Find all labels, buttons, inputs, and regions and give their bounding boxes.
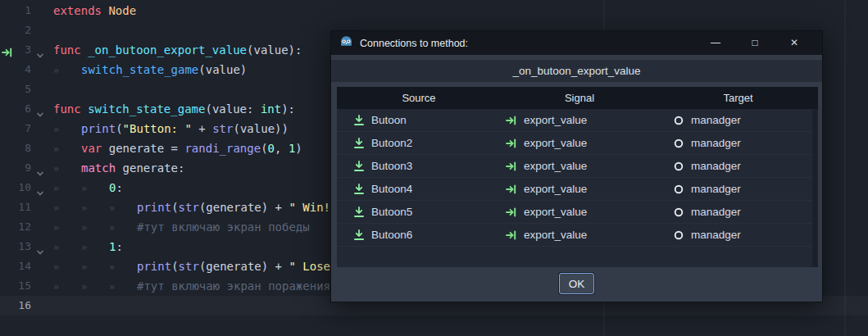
line-number: 10 [0, 178, 31, 198]
source-cell: Butoon5 [337, 206, 501, 218]
code-text: »»1: [53, 237, 123, 257]
tab-indent-marker: » [53, 218, 81, 238]
signal-icon [506, 229, 517, 241]
line-number: 16 [0, 296, 31, 316]
connection-row[interactable]: Butoon6export_valuemanadger [337, 224, 818, 247]
line-number: 8 [0, 138, 31, 158]
code-text: extends Node [53, 1, 136, 20]
line-number: 14 [0, 257, 31, 276]
source-cell: Butoon6 [337, 229, 501, 241]
line-number: 5 [0, 79, 31, 99]
connection-row[interactable]: Butoonexport_valuemanadger [337, 109, 818, 132]
dialog-title: Connections to method: [360, 38, 468, 49]
table-body: Butoonexport_valuemanadgerButoon2export_… [337, 109, 818, 267]
target-cell: manadger [658, 183, 818, 195]
connection-row[interactable]: Butoon2export_valuemanadger [337, 132, 818, 155]
signal-icon [506, 207, 517, 218]
button-node-icon [353, 184, 365, 195]
minimize-button[interactable]: — [696, 31, 735, 55]
target-name: manadger [691, 206, 741, 218]
code-text: »»0: [53, 178, 123, 198]
node-icon [673, 207, 684, 218]
method-name: _on_butoon_export_value [331, 60, 822, 82]
button-node-icon [353, 207, 365, 218]
target-cell: manadger [658, 114, 818, 126]
tab-indent-marker: » [53, 159, 81, 179]
signal-icon [506, 161, 517, 172]
column-header-target: Target [658, 92, 818, 104]
node-icon [673, 138, 684, 149]
code-line-1[interactable]: 1extends Node [0, 1, 868, 20]
signal-cell: export_value [501, 183, 658, 195]
code-text: »print("Button: " + str(value)) [53, 119, 289, 139]
target-cell: manadger [658, 206, 818, 218]
maximize-button[interactable]: □ [735, 31, 775, 55]
line-number: 6 [0, 99, 31, 119]
tab-indent-marker: » [53, 257, 81, 277]
connection-row[interactable]: Butoon4export_valuemanadger [337, 178, 818, 201]
code-text: »»»#тут включаю экран поражения [53, 276, 330, 297]
signal-icon [506, 115, 517, 126]
source-cell: Butoon3 [337, 160, 501, 172]
source-name: Butoon3 [371, 160, 412, 172]
signal-name: export_value [524, 183, 587, 195]
signal-icon [506, 138, 517, 149]
signal-cell: export_value [501, 229, 658, 241]
source-cell: Butoon2 [337, 137, 501, 149]
line-number: 4 [0, 60, 31, 79]
tab-indent-marker: » [81, 238, 109, 257]
target-cell: manadger [658, 137, 818, 149]
tab-indent-marker: » [81, 218, 109, 238]
line-number: 11 [0, 198, 31, 217]
table-scrollbar[interactable] [812, 109, 818, 267]
target-name: manadger [691, 160, 741, 172]
connection-row[interactable]: Butoon3export_valuemanadger [337, 155, 818, 178]
tab-indent-marker: » [53, 179, 81, 198]
line-number: 7 [0, 119, 31, 138]
table-header: Source Signal Target [337, 87, 818, 109]
line-number: 3 [0, 40, 31, 60]
window-controls: — □ ✕ [696, 31, 814, 55]
node-icon [673, 115, 684, 126]
tab-indent-marker: » [81, 277, 109, 297]
node-icon [673, 229, 684, 241]
tab-indent-marker: » [109, 218, 137, 238]
button-node-icon [353, 138, 365, 149]
line-number: 1 [0, 1, 31, 20]
connection-row[interactable]: Butoon5export_valuemanadger [337, 201, 818, 224]
tab-indent-marker: » [53, 139, 81, 159]
signal-cell: export_value [501, 160, 658, 172]
line-number: 2 [0, 20, 31, 40]
dialog-titlebar[interactable]: Connections to method: — □ ✕ [331, 31, 822, 55]
tab-indent-marker: » [53, 120, 81, 139]
code-text: »switch_state_game(value) [53, 60, 247, 80]
source-name: Butoon4 [371, 183, 412, 195]
node-icon [673, 161, 684, 172]
target-name: manadger [691, 114, 741, 126]
source-name: Butoon5 [371, 206, 412, 218]
line-number: 12 [0, 217, 31, 237]
godot-icon [339, 34, 353, 52]
ok-button[interactable]: OK [559, 273, 595, 294]
code-text: »var generate = randi_range(0, 1) [53, 138, 302, 159]
tab-indent-marker: » [53, 61, 81, 80]
source-name: Butoon [371, 114, 407, 126]
connections-table: Source Signal Target Butoonexport_valuem… [337, 87, 818, 267]
line-number: 15 [0, 276, 31, 296]
source-cell: Butoon [337, 114, 501, 126]
code-text: func _on_butoon_export_value(value): [53, 40, 302, 60]
tab-indent-marker: » [81, 257, 109, 277]
signal-cell: export_value [501, 137, 658, 149]
signal-cell: export_value [501, 114, 658, 126]
signal-icon [506, 184, 517, 195]
signal-name: export_value [524, 229, 587, 241]
code-text: »»»#тут включаю экран победы [53, 217, 310, 238]
node-icon [673, 184, 684, 195]
line-number: 13 [0, 237, 31, 257]
close-button[interactable]: ✕ [775, 31, 814, 55]
tab-indent-marker: » [53, 238, 81, 257]
tab-indent-marker: » [53, 277, 81, 297]
signal-name: export_value [524, 206, 587, 218]
source-cell: Butoon4 [337, 183, 501, 195]
source-name: Butoon6 [371, 229, 412, 241]
